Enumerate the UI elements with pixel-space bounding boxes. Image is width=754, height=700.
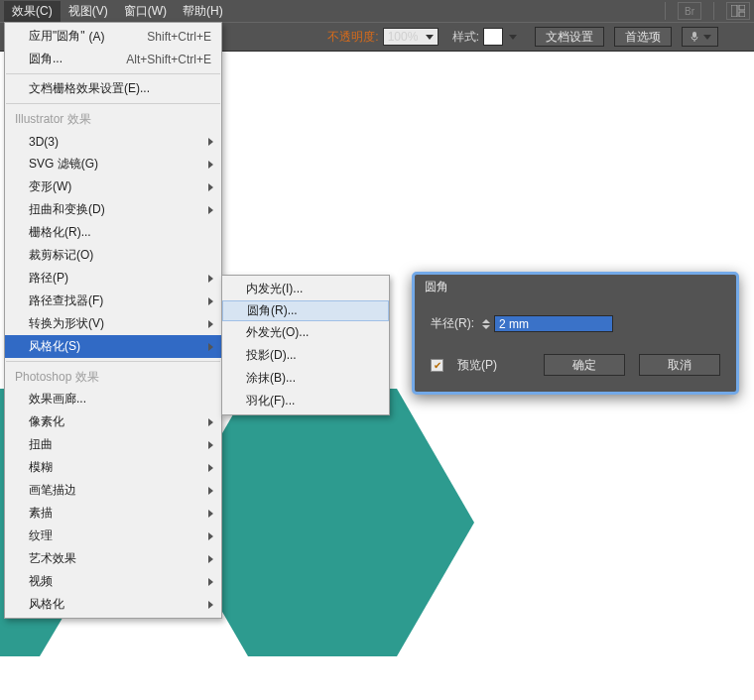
menu-doc-raster-settings[interactable]: 文档栅格效果设置(E)...: [5, 77, 221, 100]
submenu-item[interactable]: 投影(D)...: [222, 344, 389, 367]
menu-item-label: 变形(W): [29, 178, 71, 195]
menu-item-label: 圆角(R)...: [247, 302, 298, 319]
opacity-label: 不透明度:: [327, 29, 378, 46]
menu-item[interactable]: 3D(3): [5, 130, 221, 153]
menu-item[interactable]: 栅格化(R)...: [5, 221, 221, 244]
menu-item[interactable]: 变形(W): [5, 175, 221, 198]
chevron-down-icon: [703, 35, 711, 40]
menu-item[interactable]: 转换为形状(V): [5, 312, 221, 335]
menu-item-label: 内发光(I)...: [246, 281, 303, 297]
opacity-value: 100%: [388, 30, 419, 44]
menu-item[interactable]: 视频: [5, 570, 221, 593]
menu-item[interactable]: 画笔描边: [5, 479, 221, 502]
dialog-title: 圆角: [415, 275, 736, 301]
menu-item-label: 文档栅格效果设置(E)...: [29, 80, 150, 97]
menu-item[interactable]: 效果画廊...: [5, 388, 221, 410]
section-photoshop-effects: Photoshop 效果: [5, 365, 221, 388]
radius-label: 半径(R):: [431, 315, 474, 332]
menu-item-label: 路径查找器(F): [29, 292, 103, 309]
menu-item-label: 纹理: [29, 527, 53, 544]
menu-item[interactable]: 扭曲和变换(D): [5, 198, 221, 221]
menu-item-label: 路径(P): [29, 270, 68, 287]
opacity-input[interactable]: 100%: [383, 28, 439, 46]
stepper-up-icon[interactable]: [482, 319, 490, 323]
menu-item-label: 风格化(S): [29, 338, 80, 355]
menu-item[interactable]: 路径(P): [5, 267, 221, 290]
separator: [6, 73, 220, 74]
radius-stepper[interactable]: [482, 319, 490, 329]
menu-item[interactable]: 纹理: [5, 525, 221, 547]
menu-item[interactable]: 扭曲: [5, 433, 221, 456]
submenu-item[interactable]: 圆角(R)...: [222, 300, 389, 321]
menu-item-label: 扭曲: [29, 436, 53, 453]
divider: [665, 2, 666, 20]
ok-button[interactable]: 确定: [544, 354, 625, 376]
menu-apply-last[interactable]: 应用"圆角" (A) Shift+Ctrl+E: [5, 25, 221, 48]
menu-item-label: 风格化: [29, 596, 64, 613]
menu-item[interactable]: SVG 滤镜(G): [5, 153, 221, 175]
submenu-item[interactable]: 涂抹(B)...: [222, 367, 389, 390]
menu-item[interactable]: 像素化: [5, 410, 221, 433]
menu-item-label: 视频: [29, 573, 53, 590]
menu-item[interactable]: 裁剪标记(O): [5, 244, 221, 267]
separator: [6, 103, 220, 104]
menu-item-label: 外发光(O)...: [246, 324, 309, 341]
shortcut-label: Alt+Shift+Ctrl+E: [126, 53, 211, 66]
menu-item-label: 3D(3): [29, 135, 59, 149]
cancel-button[interactable]: 取消: [639, 354, 720, 376]
menu-item-label: 艺术效果: [29, 550, 76, 567]
stylize-submenu: 内发光(I)...圆角(R)...外发光(O)...投影(D)...涂抹(B).…: [221, 275, 390, 415]
chevron-down-icon[interactable]: [509, 35, 517, 40]
preview-label: 预览(P): [457, 357, 497, 374]
voice-icon[interactable]: [682, 27, 718, 47]
radius-value: 2 mm: [499, 317, 529, 331]
chevron-down-icon[interactable]: [426, 35, 434, 40]
submenu-item[interactable]: 内发光(I)...: [222, 278, 389, 300]
menu-item-label: 画笔描边: [29, 482, 76, 499]
menu-item-label: 应用"圆角": [29, 28, 85, 45]
menu-item-label: 扭曲和变换(D): [29, 201, 105, 218]
preferences-button[interactable]: 首选项: [614, 27, 672, 47]
separator: [6, 361, 220, 362]
menu-help[interactable]: 帮助(H): [175, 1, 231, 22]
menu-item-label: 投影(D)...: [246, 347, 297, 364]
menu-item-label: 栅格化(R)...: [29, 224, 91, 241]
menu-item-label: 素描: [29, 505, 53, 522]
menu-effects[interactable]: 效果(C): [4, 1, 61, 22]
submenu-item[interactable]: 外发光(O)...: [222, 321, 389, 344]
round-corners-dialog: 圆角 半径(R): 2 mm ✔ 预览(P) 确定 取消: [412, 272, 739, 395]
menu-item-label: 模糊: [29, 459, 53, 476]
menu-item[interactable]: 艺术效果: [5, 547, 221, 570]
menu-item-label: 涂抹(B)...: [246, 370, 296, 387]
menu-round-corners[interactable]: 圆角... Alt+Shift+Ctrl+E: [5, 48, 221, 70]
bridge-icon[interactable]: Br: [678, 2, 701, 20]
menu-item[interactable]: 模糊: [5, 456, 221, 479]
section-illustrator-effects: Illustrator 效果: [5, 107, 221, 130]
svg-rect-0: [731, 5, 737, 17]
style-swatch[interactable]: [483, 28, 503, 46]
menu-item[interactable]: 风格化: [5, 593, 221, 616]
svg-rect-1: [739, 5, 745, 10]
svg-rect-3: [692, 32, 696, 38]
submenu-item[interactable]: 羽化(F)...: [222, 390, 389, 412]
shortcut-label: Shift+Ctrl+E: [147, 30, 211, 44]
menu-item-label: 圆角...: [29, 51, 63, 67]
menu-item[interactable]: 素描: [5, 502, 221, 525]
radius-input[interactable]: 2 mm: [494, 315, 613, 332]
menu-item-label: 转换为形状(V): [29, 315, 104, 332]
effects-menu: 应用"圆角" (A) Shift+Ctrl+E 圆角... Alt+Shift+…: [4, 22, 222, 619]
arrange-docs-icon[interactable]: [726, 2, 750, 20]
menu-item-label: 效果画廊...: [29, 391, 86, 408]
menu-item[interactable]: 路径查找器(F): [5, 290, 221, 312]
menu-item[interactable]: 风格化(S): [5, 335, 221, 358]
menu-item-label: 裁剪标记(O): [29, 247, 93, 264]
document-setup-button[interactable]: 文档设置: [535, 27, 604, 47]
style-label: 样式:: [452, 29, 479, 46]
svg-rect-2: [739, 12, 745, 17]
menu-window[interactable]: 窗口(W): [116, 1, 175, 22]
divider: [713, 2, 714, 20]
preview-checkbox[interactable]: ✔: [431, 359, 443, 372]
stepper-down-icon[interactable]: [482, 325, 490, 329]
menu-bar: 效果(C) 视图(V) 窗口(W) 帮助(H) Br: [0, 0, 754, 22]
menu-view[interactable]: 视图(V): [61, 1, 116, 22]
